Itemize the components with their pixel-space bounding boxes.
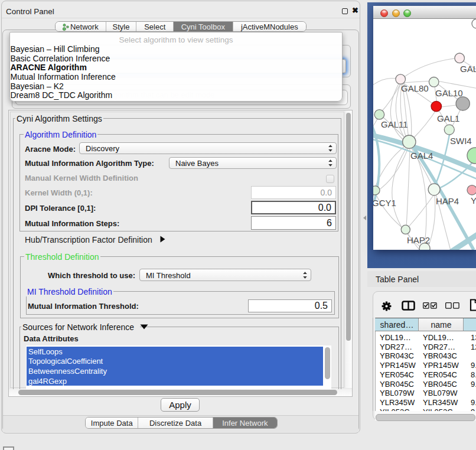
svg-text:GAL: GAL (460, 64, 476, 74)
svg-text:Y: Y (471, 195, 476, 206)
svg-text:GAL10: GAL10 (435, 88, 463, 98)
svg-text:GAL1: GAL1 (437, 113, 459, 123)
svg-text:GAL80: GAL80 (401, 83, 429, 93)
svg-text:HAP4: HAP4 (436, 196, 459, 206)
svg-text:SWI4: SWI4 (450, 136, 472, 146)
svg-text:HAP2: HAP2 (407, 235, 430, 245)
svg-text:GAL11: GAL11 (381, 119, 408, 129)
svg-text:GAL4: GAL4 (410, 151, 433, 161)
svg-text:GCY1: GCY1 (373, 198, 396, 208)
